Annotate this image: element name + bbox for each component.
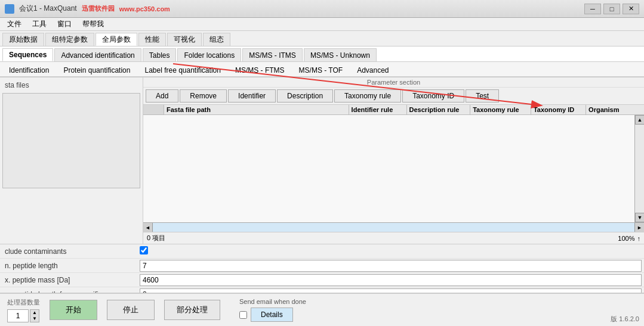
grid-col-fasta-path: Fasta file path [164, 105, 349, 114]
app-logo [5, 4, 14, 14]
status-row: 0 项目 100% ↑ [143, 232, 644, 244]
horizontal-scrollbar[interactable]: ◄ ► [143, 222, 644, 232]
app-title: 会议1 - MaxQuant [19, 4, 77, 14]
thread-count-input[interactable] [7, 309, 29, 322]
zoom-up-icon[interactable]: ↑ [637, 235, 641, 242]
start-button[interactable]: 开始 [50, 300, 97, 320]
second-tab-bar: Sequences Advanced identification Tables… [0, 46, 644, 62]
scroll-track [635, 125, 644, 213]
row-count: 0 项目 [147, 234, 165, 243]
tab-sequences[interactable]: Sequences [2, 48, 53, 61]
param-value-min-peptide [137, 260, 644, 272]
maximize-button[interactable]: □ [603, 4, 620, 14]
menu-file[interactable]: 文件 [2, 18, 26, 30]
scroll-up-btn[interactable]: ▲ [635, 115, 644, 125]
email-label: Send email when done [239, 298, 306, 305]
title-bar: 会议1 - MaxQuant 迅雷软件园 www.pc350.com ─ □ ✕ [0, 0, 644, 18]
menu-window[interactable]: 窗口 [53, 18, 76, 30]
window-controls: ─ □ ✕ [584, 4, 639, 14]
param-section-label: Parameter section [143, 77, 644, 88]
tab-advanced[interactable]: Advanced [350, 63, 395, 76]
grid-empty-area [143, 115, 634, 222]
min-peptide-input[interactable] [140, 260, 642, 272]
grid-row-num-header [143, 105, 164, 114]
spin-up-btn[interactable]: ▲ [30, 310, 39, 316]
email-section: Send email when done Details [239, 298, 306, 322]
contaminants-checkbox[interactable] [140, 246, 148, 254]
tab-tables[interactable]: Tables [143, 48, 177, 61]
tab-group-params[interactable]: 组特定参数 [45, 33, 94, 46]
tab-global-params[interactable]: 全局参数 [95, 33, 137, 46]
zoom-level: 100% [618, 235, 634, 242]
watermark2: www.pc350.com [119, 5, 170, 13]
tab-msms-unknown[interactable]: MS/MS - Unknown [304, 48, 377, 61]
bottom-bar: 处理器数量 ▲ ▼ 开始 停止 部分处理 Send email when don… [0, 293, 644, 326]
tab-label-free[interactable]: Label free quantification [138, 63, 227, 76]
spin-down-btn[interactable]: ▼ [30, 316, 39, 322]
param-label-min-peptide: n. peptide length [0, 260, 137, 271]
tab-advanced-id[interactable]: Advanced identification [54, 48, 141, 61]
grid-col-organism: Organism [586, 105, 644, 114]
param-value-max-mass [137, 274, 644, 286]
stop-button[interactable]: 停止 [107, 300, 155, 320]
menu-bar: 文件 工具 窗口 帮帮我 [0, 18, 644, 31]
param-label-max-mass: x. peptide mass [Da] [0, 275, 137, 285]
tab-msms-ftms[interactable]: MS/MS - FTMS [229, 63, 291, 76]
scroll-left-btn[interactable]: ◄ [143, 223, 153, 232]
taxonomy-id-button[interactable]: Taxonomy ID [402, 89, 464, 103]
close-button[interactable]: ✕ [623, 4, 639, 14]
max-mass-input[interactable] [140, 274, 642, 286]
test-button[interactable]: Test [466, 89, 499, 103]
thread-label: 处理器数量 [7, 298, 40, 307]
identifier-button[interactable]: Identifier [228, 89, 276, 103]
grid-body[interactable]: ▲ ▼ [143, 115, 644, 222]
grid-col-description-rule: Description rule [407, 105, 471, 114]
top-tab-bar: 原始数据 组特定参数 全局参数 性能 可视化 组态 [0, 31, 644, 46]
param-value-contaminants [137, 245, 644, 257]
version-label: 版 1.6.2.0 [611, 315, 639, 324]
menu-help[interactable]: 帮帮我 [78, 18, 109, 30]
watermark: 迅雷软件园 [82, 4, 115, 13]
fasta-files-label: sta files [0, 77, 143, 93]
scroll-right-btn[interactable]: ► [634, 223, 644, 232]
grid-col-taxonomy-id: Taxonomy ID [531, 105, 586, 114]
email-checkbox[interactable] [239, 311, 247, 319]
tab-performance[interactable]: 性能 [138, 33, 166, 46]
thread-control: 处理器数量 ▲ ▼ [7, 298, 40, 322]
tab-msms-tof[interactable]: MS/MS - TOF [292, 63, 350, 76]
third-tab-bar: Identification Protein quantification La… [0, 62, 644, 77]
tab-identification[interactable]: Identification [2, 63, 56, 76]
vertical-scrollbar[interactable]: ▲ ▼ [634, 115, 644, 222]
minimize-button[interactable]: ─ [584, 4, 601, 14]
grid-header: Fasta file path Identifier rule Descript… [143, 105, 644, 115]
grid-col-taxonomy-rule: Taxonomy rule [470, 105, 531, 114]
tab-visualization[interactable]: 可视化 [167, 33, 202, 46]
add-button[interactable]: Add [146, 89, 178, 103]
thread-spinner: ▲ ▼ [30, 309, 39, 322]
taxonomy-rule-button[interactable]: Taxonomy rule [334, 89, 401, 103]
tab-msms-itms[interactable]: MS/MS - ITMS [242, 48, 303, 61]
tab-raw-data[interactable]: 原始数据 [2, 33, 44, 46]
param-label-contaminants: clude contaminants [0, 246, 137, 257]
scroll-down-btn[interactable]: ▼ [635, 213, 644, 222]
description-button[interactable]: Description [277, 89, 333, 103]
grid-toolbar: Add Remove Identifier Description Taxono… [143, 88, 644, 105]
tab-organization[interactable]: 组态 [203, 33, 230, 46]
details-button[interactable]: Details [251, 308, 293, 322]
tab-folder-locations[interactable]: Folder locations [177, 48, 241, 61]
grid-col-identifier-rule: Identifier rule [349, 105, 407, 114]
remove-button[interactable]: Remove [180, 89, 227, 103]
partial-button[interactable]: 部分处理 [164, 300, 220, 320]
tab-protein-quant[interactable]: Protein quantification [57, 63, 137, 76]
fasta-files-area[interactable] [2, 93, 140, 188]
menu-tools[interactable]: 工具 [27, 18, 51, 30]
